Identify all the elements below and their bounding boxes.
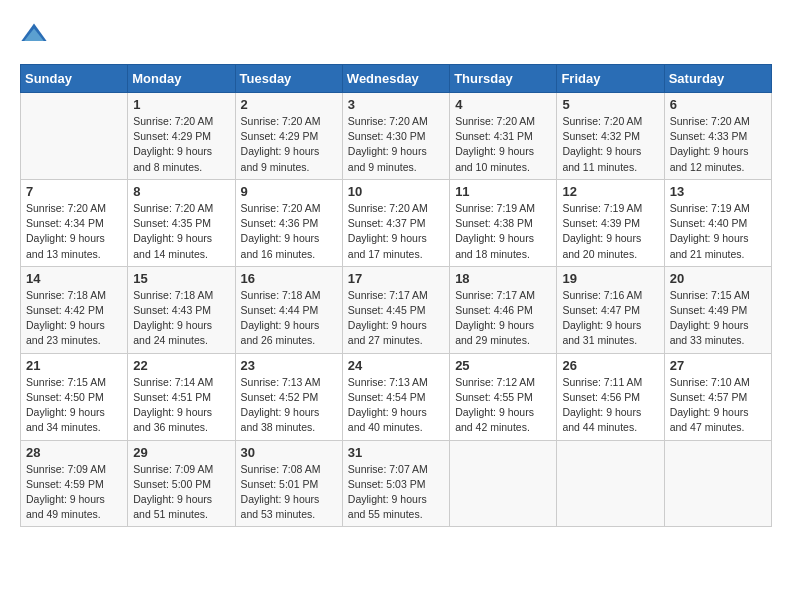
- calendar-cell: 30Sunrise: 7:08 AM Sunset: 5:01 PM Dayli…: [235, 440, 342, 527]
- header-cell-tuesday: Tuesday: [235, 65, 342, 93]
- calendar-cell: 15Sunrise: 7:18 AM Sunset: 4:43 PM Dayli…: [128, 266, 235, 353]
- calendar-cell: 10Sunrise: 7:20 AM Sunset: 4:37 PM Dayli…: [342, 179, 449, 266]
- day-info: Sunrise: 7:12 AM Sunset: 4:55 PM Dayligh…: [455, 375, 551, 436]
- calendar-cell: 11Sunrise: 7:19 AM Sunset: 4:38 PM Dayli…: [450, 179, 557, 266]
- day-info: Sunrise: 7:20 AM Sunset: 4:36 PM Dayligh…: [241, 201, 337, 262]
- day-info: Sunrise: 7:20 AM Sunset: 4:34 PM Dayligh…: [26, 201, 122, 262]
- day-number: 16: [241, 271, 337, 286]
- day-number: 20: [670, 271, 766, 286]
- day-info: Sunrise: 7:08 AM Sunset: 5:01 PM Dayligh…: [241, 462, 337, 523]
- header-cell-monday: Monday: [128, 65, 235, 93]
- day-info: Sunrise: 7:09 AM Sunset: 5:00 PM Dayligh…: [133, 462, 229, 523]
- day-info: Sunrise: 7:20 AM Sunset: 4:30 PM Dayligh…: [348, 114, 444, 175]
- calendar-cell: 4Sunrise: 7:20 AM Sunset: 4:31 PM Daylig…: [450, 93, 557, 180]
- header-cell-wednesday: Wednesday: [342, 65, 449, 93]
- day-number: 21: [26, 358, 122, 373]
- day-number: 7: [26, 184, 122, 199]
- day-number: 22: [133, 358, 229, 373]
- day-info: Sunrise: 7:10 AM Sunset: 4:57 PM Dayligh…: [670, 375, 766, 436]
- calendar-cell: 27Sunrise: 7:10 AM Sunset: 4:57 PM Dayli…: [664, 353, 771, 440]
- day-number: 27: [670, 358, 766, 373]
- calendar-cell: 19Sunrise: 7:16 AM Sunset: 4:47 PM Dayli…: [557, 266, 664, 353]
- calendar-week-2: 7Sunrise: 7:20 AM Sunset: 4:34 PM Daylig…: [21, 179, 772, 266]
- day-number: 1: [133, 97, 229, 112]
- day-number: 28: [26, 445, 122, 460]
- day-info: Sunrise: 7:20 AM Sunset: 4:29 PM Dayligh…: [241, 114, 337, 175]
- day-number: 24: [348, 358, 444, 373]
- calendar-table: SundayMondayTuesdayWednesdayThursdayFrid…: [20, 64, 772, 527]
- calendar-cell: 24Sunrise: 7:13 AM Sunset: 4:54 PM Dayli…: [342, 353, 449, 440]
- day-info: Sunrise: 7:19 AM Sunset: 4:39 PM Dayligh…: [562, 201, 658, 262]
- calendar-week-4: 21Sunrise: 7:15 AM Sunset: 4:50 PM Dayli…: [21, 353, 772, 440]
- day-info: Sunrise: 7:18 AM Sunset: 4:42 PM Dayligh…: [26, 288, 122, 349]
- day-info: Sunrise: 7:18 AM Sunset: 4:43 PM Dayligh…: [133, 288, 229, 349]
- calendar-week-3: 14Sunrise: 7:18 AM Sunset: 4:42 PM Dayli…: [21, 266, 772, 353]
- day-info: Sunrise: 7:20 AM Sunset: 4:29 PM Dayligh…: [133, 114, 229, 175]
- day-info: Sunrise: 7:17 AM Sunset: 4:46 PM Dayligh…: [455, 288, 551, 349]
- day-number: 17: [348, 271, 444, 286]
- day-number: 6: [670, 97, 766, 112]
- day-number: 15: [133, 271, 229, 286]
- day-number: 8: [133, 184, 229, 199]
- day-number: 9: [241, 184, 337, 199]
- calendar-cell: 13Sunrise: 7:19 AM Sunset: 4:40 PM Dayli…: [664, 179, 771, 266]
- calendar-cell: 25Sunrise: 7:12 AM Sunset: 4:55 PM Dayli…: [450, 353, 557, 440]
- day-number: 30: [241, 445, 337, 460]
- day-number: 18: [455, 271, 551, 286]
- calendar-cell: 22Sunrise: 7:14 AM Sunset: 4:51 PM Dayli…: [128, 353, 235, 440]
- day-info: Sunrise: 7:17 AM Sunset: 4:45 PM Dayligh…: [348, 288, 444, 349]
- calendar-cell: 3Sunrise: 7:20 AM Sunset: 4:30 PM Daylig…: [342, 93, 449, 180]
- header-cell-friday: Friday: [557, 65, 664, 93]
- calendar-cell: 14Sunrise: 7:18 AM Sunset: 4:42 PM Dayli…: [21, 266, 128, 353]
- calendar-cell: 7Sunrise: 7:20 AM Sunset: 4:34 PM Daylig…: [21, 179, 128, 266]
- day-info: Sunrise: 7:19 AM Sunset: 4:40 PM Dayligh…: [670, 201, 766, 262]
- calendar-cell: [21, 93, 128, 180]
- day-number: 10: [348, 184, 444, 199]
- day-number: 25: [455, 358, 551, 373]
- day-info: Sunrise: 7:07 AM Sunset: 5:03 PM Dayligh…: [348, 462, 444, 523]
- day-info: Sunrise: 7:15 AM Sunset: 4:50 PM Dayligh…: [26, 375, 122, 436]
- calendar-cell: 20Sunrise: 7:15 AM Sunset: 4:49 PM Dayli…: [664, 266, 771, 353]
- calendar-cell: 23Sunrise: 7:13 AM Sunset: 4:52 PM Dayli…: [235, 353, 342, 440]
- calendar-cell: [664, 440, 771, 527]
- day-number: 31: [348, 445, 444, 460]
- calendar-cell: [450, 440, 557, 527]
- day-info: Sunrise: 7:15 AM Sunset: 4:49 PM Dayligh…: [670, 288, 766, 349]
- calendar-cell: 28Sunrise: 7:09 AM Sunset: 4:59 PM Dayli…: [21, 440, 128, 527]
- calendar-cell: 16Sunrise: 7:18 AM Sunset: 4:44 PM Dayli…: [235, 266, 342, 353]
- day-info: Sunrise: 7:13 AM Sunset: 4:52 PM Dayligh…: [241, 375, 337, 436]
- calendar-cell: 6Sunrise: 7:20 AM Sunset: 4:33 PM Daylig…: [664, 93, 771, 180]
- day-number: 23: [241, 358, 337, 373]
- calendar-cell: 9Sunrise: 7:20 AM Sunset: 4:36 PM Daylig…: [235, 179, 342, 266]
- calendar-week-5: 28Sunrise: 7:09 AM Sunset: 4:59 PM Dayli…: [21, 440, 772, 527]
- day-info: Sunrise: 7:19 AM Sunset: 4:38 PM Dayligh…: [455, 201, 551, 262]
- page-header: [20, 20, 772, 48]
- calendar-cell: 21Sunrise: 7:15 AM Sunset: 4:50 PM Dayli…: [21, 353, 128, 440]
- header-cell-sunday: Sunday: [21, 65, 128, 93]
- calendar-cell: 2Sunrise: 7:20 AM Sunset: 4:29 PM Daylig…: [235, 93, 342, 180]
- calendar-cell: [557, 440, 664, 527]
- header-cell-thursday: Thursday: [450, 65, 557, 93]
- day-info: Sunrise: 7:20 AM Sunset: 4:37 PM Dayligh…: [348, 201, 444, 262]
- day-number: 13: [670, 184, 766, 199]
- calendar-cell: 5Sunrise: 7:20 AM Sunset: 4:32 PM Daylig…: [557, 93, 664, 180]
- day-info: Sunrise: 7:20 AM Sunset: 4:33 PM Dayligh…: [670, 114, 766, 175]
- calendar-cell: 12Sunrise: 7:19 AM Sunset: 4:39 PM Dayli…: [557, 179, 664, 266]
- calendar-cell: 29Sunrise: 7:09 AM Sunset: 5:00 PM Dayli…: [128, 440, 235, 527]
- day-number: 12: [562, 184, 658, 199]
- calendar-cell: 26Sunrise: 7:11 AM Sunset: 4:56 PM Dayli…: [557, 353, 664, 440]
- calendar-cell: 18Sunrise: 7:17 AM Sunset: 4:46 PM Dayli…: [450, 266, 557, 353]
- day-number: 29: [133, 445, 229, 460]
- day-info: Sunrise: 7:13 AM Sunset: 4:54 PM Dayligh…: [348, 375, 444, 436]
- day-info: Sunrise: 7:11 AM Sunset: 4:56 PM Dayligh…: [562, 375, 658, 436]
- logo: [20, 20, 52, 48]
- day-number: 3: [348, 97, 444, 112]
- day-number: 14: [26, 271, 122, 286]
- calendar-cell: 17Sunrise: 7:17 AM Sunset: 4:45 PM Dayli…: [342, 266, 449, 353]
- day-info: Sunrise: 7:09 AM Sunset: 4:59 PM Dayligh…: [26, 462, 122, 523]
- calendar-cell: 8Sunrise: 7:20 AM Sunset: 4:35 PM Daylig…: [128, 179, 235, 266]
- day-info: Sunrise: 7:20 AM Sunset: 4:31 PM Dayligh…: [455, 114, 551, 175]
- day-info: Sunrise: 7:18 AM Sunset: 4:44 PM Dayligh…: [241, 288, 337, 349]
- day-number: 19: [562, 271, 658, 286]
- day-info: Sunrise: 7:20 AM Sunset: 4:32 PM Dayligh…: [562, 114, 658, 175]
